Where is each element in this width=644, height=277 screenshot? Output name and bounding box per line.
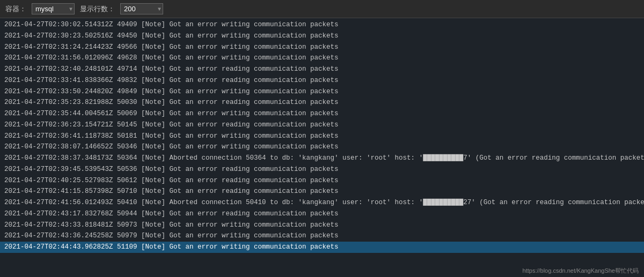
log-row: 2021-04-27T02:40:25.527983Z 50612 [Note]… [0,175,644,186]
log-row: 2021-04-27T02:43:36.245258Z 50979 [Note]… [0,230,644,242]
rows-label: 显示行数： [80,4,115,14]
log-row: 2021-04-27T02:33:50.244820Z 49849 [Note]… [0,86,644,98]
log-container: 2021-04-27T02:30:02.514312Z 49409 [Note]… [0,18,644,276]
log-row: 2021-04-27T02:36:23.154721Z 50145 [Note]… [0,119,644,131]
rows-select-wrapper[interactable]: 50 100 200 500 ▼ [120,3,163,14]
log-row: 2021-04-27T02:36:41.118738Z 50181 [Note]… [0,131,644,142]
log-row: 2021-04-27T02:38:37.348173Z 50364 [Note]… [0,153,644,164]
log-row: 2021-04-27T02:38:07.146652Z 50346 [Note]… [0,141,644,153]
container-select[interactable]: mysql nginx redis [32,3,75,14]
container-select-wrapper[interactable]: mysql nginx redis ▼ [32,3,75,14]
log-row: 2021-04-27T02:35:23.821988Z 50030 [Note]… [0,97,644,108]
container-label: 容器： [5,4,26,14]
log-row: 2021-04-27T02:33:41.838366Z 49832 [Note]… [0,75,644,86]
log-row: 2021-04-27T02:44:43.962825Z 51109 [Note]… [0,242,644,253]
log-row: 2021-04-27T02:31:24.214423Z 49566 [Note]… [0,42,644,53]
log-row: 2021-04-27T02:31:56.012096Z 49628 [Note]… [0,53,644,64]
log-row: 2021-04-27T02:32:40.248101Z 49714 [Note]… [0,64,644,75]
rows-select[interactable]: 50 100 200 500 [120,3,163,14]
log-row: 2021-04-27T02:30:02.514312Z 49409 [Note]… [0,19,644,31]
toolbar: 容器： mysql nginx redis ▼ 显示行数： 50 100 200… [0,0,644,18]
watermark: https://blog.csdn.net/KangKangShe帮忙代码 [523,267,639,275]
log-row: 2021-04-27T02:39:45.539543Z 50536 [Note]… [0,164,644,175]
log-row: 2021-04-27T02:43:17.832768Z 50944 [Note]… [0,208,644,220]
log-row: 2021-04-27T02:43:33.818481Z 50973 [Note]… [0,220,644,231]
log-row: 2021-04-27T02:41:56.012493Z 50410 [Note]… [0,197,644,208]
log-row: 2021-04-27T02:30:23.502516Z 49450 [Note]… [0,31,644,42]
log-row: 2021-04-27T02:35:44.004561Z 50069 [Note]… [0,108,644,119]
log-row: 2021-04-27T02:41:15.857398Z 50710 [Note]… [0,186,644,197]
